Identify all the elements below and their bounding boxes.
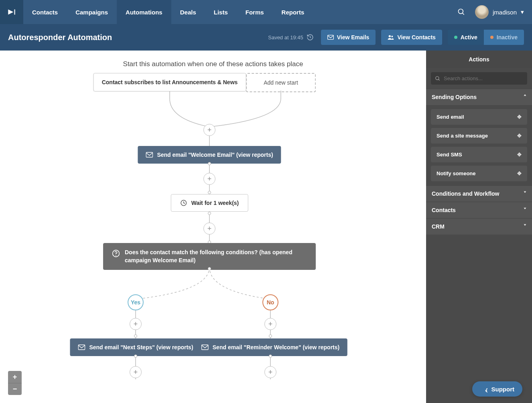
automation-canvas[interactable]: Start this automation when one of these … <box>0 51 426 403</box>
nav-items: Contacts Campaigns Automations Deals Lis… <box>23 0 313 24</box>
nav-contacts[interactable]: Contacts <box>23 0 67 24</box>
add-step-no-1[interactable]: + <box>264 318 276 330</box>
svg-point-16 <box>436 76 439 79</box>
automation-title: Autoresponder Automation <box>8 33 112 42</box>
status-toggle: Active Inactive <box>448 30 524 45</box>
nav-campaigns[interactable]: Campaigns <box>67 0 117 24</box>
anchor-dot <box>269 334 272 338</box>
avatar <box>475 5 489 19</box>
section-sending-options[interactable]: Sending Options ˄ <box>426 89 532 105</box>
crm-label: CRM <box>432 223 445 230</box>
inactive-label: Inactive <box>497 34 518 41</box>
section-crm[interactable]: CRM ˅ <box>426 218 532 235</box>
sub-header: Autoresponder Automation Saved at 19:45 … <box>0 24 532 51</box>
action-send-sms[interactable]: Send SMS ✥ <box>431 147 527 162</box>
action-label: Notify someone <box>437 170 476 176</box>
search-icon[interactable] <box>457 8 465 16</box>
wait-label: Wait for 1 week(s) <box>191 200 239 206</box>
saved-text: Saved at 19:45 <box>268 34 303 41</box>
view-emails-button[interactable]: View Emails <box>321 30 376 45</box>
anchor-dot <box>269 354 272 358</box>
nav-reports[interactable]: Reports <box>273 0 313 24</box>
node-condition[interactable]: Does the contact match the following con… <box>103 243 316 270</box>
svg-line-1 <box>462 13 464 15</box>
status-inactive[interactable]: Inactive <box>484 30 524 45</box>
start-trigger-node[interactable]: Contact subscribes to list Announcements… <box>93 73 246 91</box>
nav-automations[interactable]: Automations <box>117 0 171 24</box>
chevron-down-icon: ▾ <box>521 8 524 16</box>
add-step-3[interactable]: + <box>203 223 215 235</box>
contacts-icon <box>388 34 394 40</box>
move-icon: ✥ <box>517 133 522 139</box>
mail-icon <box>327 35 334 40</box>
start-prompt: Start this automation when one of these … <box>123 60 303 68</box>
move-icon: ✥ <box>517 170 522 176</box>
action-send-email[interactable]: Send email ✥ <box>431 109 527 125</box>
action-label: Send SMS <box>437 152 462 158</box>
question-icon <box>112 249 120 257</box>
action-notify-someone[interactable]: Notify someone ✥ <box>431 166 527 181</box>
svg-point-3 <box>389 35 391 37</box>
section-conditions[interactable]: Conditions and Workflow ˅ <box>426 185 532 202</box>
svg-point-13 <box>116 255 116 256</box>
svg-line-17 <box>439 79 440 80</box>
add-step-no-2[interactable]: + <box>264 366 276 378</box>
add-step-2[interactable]: + <box>203 173 215 185</box>
action-label: Send email <box>437 114 464 120</box>
nav-lists[interactable]: Lists <box>205 0 237 24</box>
svg-rect-2 <box>327 35 333 40</box>
search-input[interactable] <box>444 75 523 81</box>
node-send-next-steps[interactable]: Send email "Next Steps" (view reports) <box>70 338 201 356</box>
nav-deals[interactable]: Deals <box>171 0 205 24</box>
send-welcome-label: Send email "Welcome Email" (view reports… <box>157 152 273 158</box>
send-next-label: Send email "Next Steps" (view reports) <box>89 344 193 350</box>
view-contacts-button[interactable]: View Contacts <box>381 30 442 45</box>
view-contacts-label: View Contacts <box>397 34 435 41</box>
svg-rect-14 <box>78 345 85 350</box>
sending-label: Sending Options <box>432 94 477 100</box>
zoom-control: + − <box>8 371 22 395</box>
branch-no[interactable]: No <box>262 294 278 310</box>
actions-panel: Actions Sending Options ˄ Send email ✥ S… <box>426 51 532 403</box>
status-active[interactable]: Active <box>448 30 484 45</box>
add-step-yes-2[interactable]: + <box>130 366 142 378</box>
zoom-out-button[interactable]: − <box>8 383 22 395</box>
action-send-site-message[interactable]: Send a site message ✥ <box>431 128 527 144</box>
mail-icon <box>146 152 153 158</box>
branch-yes[interactable]: Yes <box>128 294 144 310</box>
node-send-reminder[interactable]: Send email "Reminder Welcome" (view repo… <box>193 338 347 356</box>
send-reminder-label: Send email "Reminder Welcome" (view repo… <box>213 344 339 350</box>
active-label: Active <box>461 34 477 41</box>
panel-header: Actions <box>426 51 532 68</box>
add-step-yes-1[interactable]: + <box>130 318 142 330</box>
logo[interactable] <box>0 0 23 24</box>
nav-right: jmadison ▾ <box>457 5 532 19</box>
section-contacts[interactable]: Contacts ˅ <box>426 202 532 218</box>
history-icon[interactable] <box>307 34 314 41</box>
node-send-welcome[interactable]: Send email "Welcome Email" (view reports… <box>138 146 281 164</box>
chevron-down-icon: ˅ <box>524 207 526 213</box>
saved-status: Saved at 19:45 <box>268 34 313 41</box>
active-dot-icon <box>454 36 457 39</box>
support-button[interactable]: Support <box>472 381 523 397</box>
anchor-dot <box>208 212 211 215</box>
clock-icon <box>180 199 187 207</box>
nav-forms[interactable]: Forms <box>237 0 273 24</box>
mail-icon <box>201 344 209 350</box>
add-new-start[interactable]: Add new start <box>246 73 316 92</box>
node-wait[interactable]: Wait for 1 week(s) <box>171 194 248 212</box>
search-actions[interactable] <box>431 72 527 85</box>
anchor-dot <box>208 267 211 270</box>
support-label: Support <box>491 386 515 393</box>
anchor-dot <box>208 162 211 165</box>
chevron-down-icon: ˅ <box>524 190 526 197</box>
anchor-dot <box>134 334 137 338</box>
search-icon <box>435 76 441 81</box>
user-menu[interactable]: jmadison ▾ <box>475 5 524 19</box>
add-step-1[interactable]: + <box>203 124 215 136</box>
sending-options-body: Send email ✥ Send a site message ✥ Send … <box>426 105 532 185</box>
svg-rect-10 <box>146 152 153 157</box>
svg-point-4 <box>392 36 393 37</box>
zoom-in-button[interactable]: + <box>8 371 22 383</box>
top-nav: Contacts Campaigns Automations Deals Lis… <box>0 0 532 24</box>
